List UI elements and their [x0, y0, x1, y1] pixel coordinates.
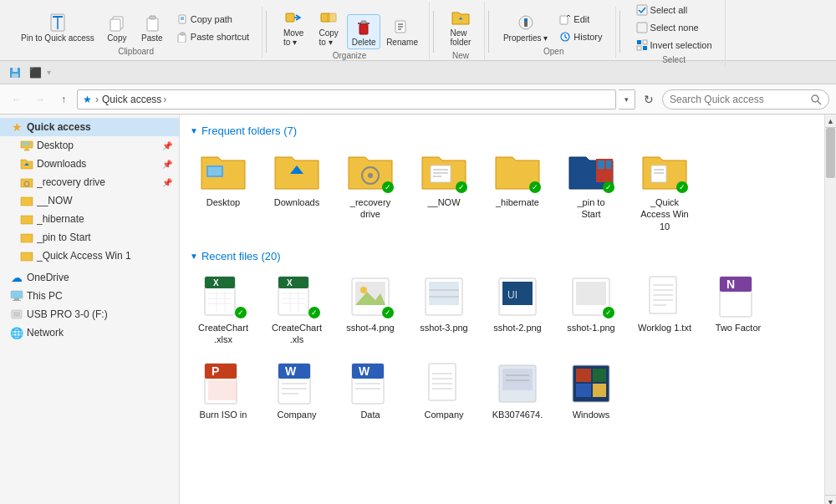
scroll-up-button[interactable]: ▲ — [825, 115, 836, 128]
list-item[interactable]: W Company — [263, 356, 330, 425]
select-group: Select all Select none Invert selection — [624, 0, 726, 66]
sidebar-item-hibernate[interactable]: _hibernate — [0, 210, 179, 228]
list-item[interactable]: ✓ sshot-1.png — [558, 269, 624, 350]
address-chevron[interactable]: ▾ — [619, 89, 635, 109]
svg-rect-15 — [328, 13, 336, 22]
paste-shortcut-button[interactable]: Paste shortcut — [171, 28, 255, 45]
rename-button[interactable]: Rename — [382, 14, 422, 49]
svg-rect-33 — [637, 40, 641, 44]
svg-rect-11 — [181, 33, 185, 35]
search-input[interactable] — [670, 94, 807, 105]
list-item[interactable]: P Burn ISO in — [190, 356, 257, 425]
list-item[interactable]: ✓ _pin toStart — [558, 144, 624, 237]
new-group: + Newfolder New — [437, 2, 485, 62]
svg-text:X: X — [287, 278, 293, 288]
sidebar-item-this-pc[interactable]: This PC — [0, 287, 179, 305]
list-item[interactable]: Company — [410, 356, 477, 425]
scroll-down-button[interactable]: ▼ — [825, 495, 836, 504]
clipboard-group: Pin to Quick access Copy Paste — [10, 7, 263, 58]
svg-point-54 — [368, 173, 373, 178]
sidebar-item-usb[interactable]: USB PRO 3-0 (F:) — [0, 305, 179, 323]
forward-button[interactable]: → — [30, 89, 50, 109]
save-icon[interactable] — [7, 64, 23, 81]
pin-quick-access-button[interactable]: Pin to Quick access — [17, 10, 99, 45]
list-item[interactable]: N Two Factor — [705, 269, 772, 350]
svg-rect-86 — [429, 282, 459, 305]
address-path[interactable]: ★ › Quick access › — [77, 89, 616, 109]
svg-rect-12 — [286, 13, 294, 22]
sidebar-item-pin-start[interactable]: _pin to Start — [0, 228, 179, 247]
list-item[interactable]: UI sshot-2.png — [484, 269, 551, 350]
svg-rect-101 — [720, 277, 752, 292]
sidebar-item-network[interactable]: 🌐 Network — [0, 323, 179, 342]
sidebar-item-now[interactable]: __NOW — [0, 191, 179, 210]
delete-button[interactable]: Delete — [347, 14, 380, 49]
recent-files-grid: X ✓ CreateChart.xlsx — [190, 269, 814, 425]
list-item[interactable]: ✓ _QuickAccess Win10 — [631, 144, 698, 237]
scrollbar[interactable]: ▲ ▼ — [824, 115, 836, 504]
svg-rect-129 — [593, 369, 606, 382]
open-label: Open — [543, 47, 563, 56]
svg-line-41 — [818, 101, 821, 104]
frequent-folders-header[interactable]: ▼ Frequent folders (7) — [190, 125, 814, 137]
frequent-folders-grid: Desktop Downloads — [190, 144, 814, 237]
list-item[interactable]: X ✓ CreateChart.xlsx — [190, 269, 257, 350]
svg-rect-47 — [13, 300, 21, 301]
list-item[interactable]: X ✓ CreateChart.xls — [263, 269, 330, 350]
sidebar: ★ Quick access Desktop 📌 Downloads 📌 _re… — [0, 115, 180, 504]
sidebar-item-quick-access[interactable]: ★ Quick access — [0, 118, 179, 136]
main-area: ★ Quick access Desktop 📌 Downloads 📌 _re… — [0, 115, 836, 504]
sidebar-item-desktop[interactable]: Desktop 📌 — [0, 136, 179, 155]
back-button[interactable]: ← — [7, 89, 27, 109]
sidebar-item-downloads[interactable]: Downloads 📌 — [0, 155, 179, 173]
svg-rect-18 — [361, 21, 366, 23]
select-none-button[interactable]: Select none — [630, 19, 718, 36]
sidebar-item-quick-access-win[interactable]: _Quick Access Win 1 — [0, 247, 179, 265]
select-label: Select — [662, 55, 686, 64]
list-item[interactable]: KB3074674. — [484, 356, 551, 425]
sidebar-item-onedrive[interactable]: ☁ OneDrive — [0, 268, 179, 287]
undo-icon[interactable]: ⬛ — [27, 64, 43, 81]
edit-button[interactable]: Edit — [553, 11, 608, 28]
invert-selection-button[interactable]: Invert selection — [630, 37, 718, 53]
open-group: Properties ▾ Edit History — [492, 7, 616, 58]
list-item[interactable]: sshot-3.png — [410, 269, 477, 350]
new-folder-button[interactable]: + Newfolder — [444, 5, 477, 49]
list-item[interactable]: Downloads — [263, 144, 330, 237]
svg-rect-66 — [205, 277, 235, 288]
history-button[interactable]: History — [553, 28, 608, 45]
select-all-button[interactable]: Select all — [630, 2, 718, 18]
list-item[interactable]: Worklog 1.txt — [631, 269, 698, 350]
list-item[interactable]: ✓ sshot-4.png — [337, 269, 404, 350]
svg-text:P: P — [212, 364, 219, 378]
svg-rect-130 — [576, 384, 591, 397]
list-item[interactable]: ✓ __NOW — [410, 144, 477, 237]
move-to-button[interactable]: Moveto ▾ — [277, 5, 310, 49]
list-item[interactable]: Windows — [558, 356, 624, 425]
list-item[interactable]: W Data — [337, 356, 404, 425]
svg-rect-27 — [560, 16, 568, 24]
up-button[interactable]: ↑ — [54, 89, 74, 109]
svg-rect-106 — [208, 380, 237, 400]
svg-rect-4 — [110, 19, 120, 31]
svg-rect-93 — [576, 282, 606, 305]
copy-to-button[interactable]: Copyto ▾ — [312, 5, 345, 49]
svg-rect-16 — [359, 24, 368, 34]
recent-files-header[interactable]: ▼ Recent files (20) — [190, 250, 814, 262]
paste-button[interactable]: Paste — [135, 10, 169, 45]
svg-rect-36 — [643, 46, 647, 50]
list-item[interactable]: ✓ _hibernate — [484, 144, 551, 237]
new-label: New — [452, 51, 469, 60]
svg-rect-131 — [593, 384, 606, 397]
list-item[interactable]: ✓ _recoverydrive — [337, 144, 404, 237]
properties-button[interactable]: Properties ▾ — [499, 10, 552, 45]
svg-rect-6 — [150, 16, 155, 19]
copy-path-button[interactable]: Copy path — [171, 11, 255, 28]
svg-text:X: X — [213, 278, 219, 288]
sidebar-item-recovery[interactable]: _recovery drive 📌 — [0, 173, 179, 191]
clipboard-label: Clipboard — [118, 47, 154, 56]
svg-point-40 — [812, 95, 818, 102]
refresh-button[interactable]: ↻ — [639, 89, 659, 109]
list-item[interactable]: Desktop — [190, 144, 257, 237]
copy-button[interactable]: Copy — [100, 10, 134, 45]
